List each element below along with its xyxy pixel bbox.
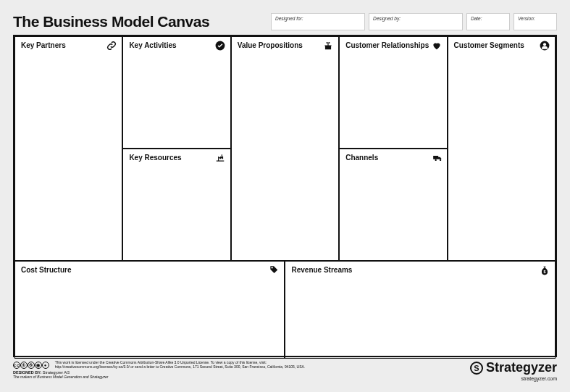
cc-license-icons: cc①⑤◉●: [13, 360, 52, 368]
svg-text:$: $: [544, 270, 546, 274]
date-field[interactable]: Date:: [466, 13, 510, 30]
person-icon: [540, 41, 550, 51]
checkmark-icon: [215, 41, 225, 51]
cost-structure-block[interactable]: Cost Structure: [14, 261, 285, 359]
tagline: The makers of Business Model Generation …: [13, 375, 305, 379]
designed-for-field[interactable]: Designed for:: [271, 13, 365, 30]
link-icon: [106, 41, 117, 51]
brand-name: Strategyzer: [486, 360, 557, 375]
logo-icon: S: [470, 362, 483, 375]
customer-relationships-block[interactable]: Customer Relationships: [339, 36, 447, 149]
footer: cc①⑤◉● This work is licensed under the C…: [0, 357, 570, 381]
block-label: Cost Structure: [21, 266, 278, 274]
moneybag-icon: $: [540, 265, 550, 275]
revenue-streams-block[interactable]: Revenue Streams $: [285, 261, 556, 359]
strategyzer-logo: S Strategyzer: [470, 360, 557, 375]
business-model-canvas: Key Partners Key Activities Key Resource…: [13, 35, 557, 357]
value-propositions-block[interactable]: Value Propositions: [231, 36, 339, 261]
key-partners-block[interactable]: Key Partners: [14, 36, 122, 261]
svg-point-2: [543, 43, 546, 46]
block-label: Key Resources: [129, 154, 224, 162]
block-label: Customer Relationships: [345, 41, 440, 49]
tag-icon: [269, 265, 279, 275]
meta-fields: Designed for: Designed by: Date: Version…: [271, 13, 557, 30]
channels-block[interactable]: Channels: [339, 149, 447, 261]
key-resources-block[interactable]: Key Resources: [122, 149, 230, 261]
block-label: Channels: [345, 154, 440, 162]
website-url: strategyzer.com: [470, 376, 557, 381]
gift-icon: [323, 41, 333, 51]
version-field[interactable]: Version:: [514, 13, 557, 30]
factory-icon: [215, 153, 225, 163]
heart-icon: [432, 41, 442, 51]
block-label: Revenue Streams: [291, 266, 549, 274]
license-text: This work is licensed under the Creative…: [55, 360, 305, 369]
key-activities-block[interactable]: Key Activities: [122, 36, 230, 149]
designed-by-field[interactable]: Designed by:: [369, 13, 463, 30]
page-title: The Business Model Canvas: [13, 13, 264, 30]
block-label: Key Partners: [21, 41, 116, 49]
block-label: Key Activities: [129, 41, 224, 49]
block-label: Customer Segments: [454, 41, 549, 49]
svg-point-3: [272, 267, 273, 269]
block-label: Value Propositions: [238, 41, 332, 49]
header: The Business Model Canvas Designed for: …: [13, 13, 557, 30]
customer-segments-block[interactable]: Customer Segments: [448, 36, 556, 261]
truck-icon: [432, 153, 442, 163]
